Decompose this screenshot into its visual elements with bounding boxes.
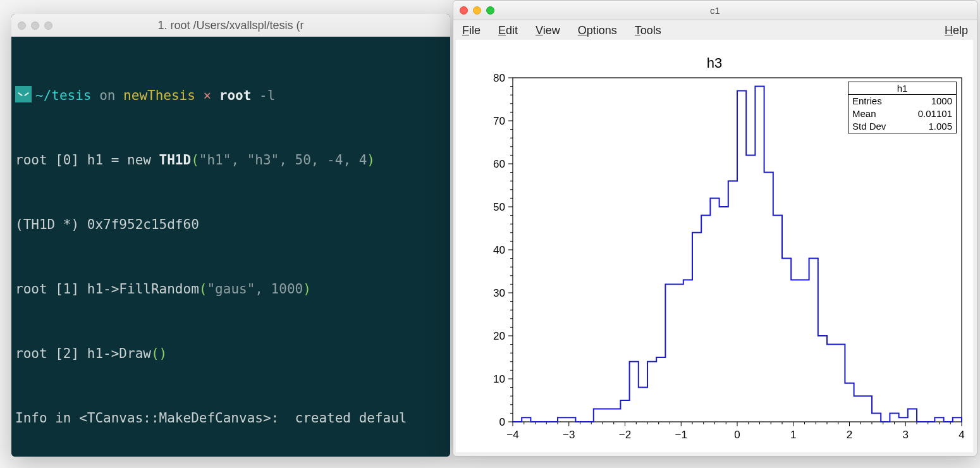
svg-text:30: 30 — [493, 287, 505, 299]
terminal-title: 1. root /Users/xvallspl/tesis (r — [11, 19, 450, 32]
svg-text:70: 70 — [493, 115, 505, 127]
stats-name: h1 — [848, 82, 956, 95]
svg-text:10: 10 — [493, 373, 505, 385]
terminal-titlebar[interactable]: 1. root /Users/xvallspl/tesis (r — [11, 14, 450, 37]
menu-file[interactable]: File — [462, 24, 481, 37]
canvas-title: c1 — [453, 5, 977, 16]
menu-options[interactable]: Options — [578, 24, 617, 37]
svg-text:−2: −2 — [619, 429, 631, 441]
menu-view[interactable]: View — [536, 24, 560, 37]
close-icon[interactable] — [18, 22, 26, 30]
terminal-window[interactable]: 1. root /Users/xvallspl/tesis (r ~/tesis… — [11, 14, 450, 457]
terminal-body[interactable]: ~/tesis on newThesis × root -l root [0] … — [11, 37, 450, 457]
window-controls — [18, 22, 52, 30]
svg-text:60: 60 — [493, 158, 505, 170]
canvas-titlebar[interactable]: c1 — [453, 1, 977, 20]
stats-entries: 1000 — [931, 95, 952, 108]
plot-title: h3 — [456, 40, 973, 71]
svg-text:3: 3 — [903, 429, 909, 441]
stats-box[interactable]: h1 Entries1000 Mean0.01101 Std Dev1.005 — [848, 82, 957, 133]
svg-text:−1: −1 — [675, 429, 687, 441]
plot-area[interactable]: h3 01020304050607080−4−3−2−101234 h1 Ent… — [456, 40, 973, 452]
command-name: root — [219, 88, 252, 103]
canvas-window[interactable]: c1 File Edit View Options Tools Help h3 … — [453, 0, 977, 457]
svg-text:0: 0 — [734, 429, 740, 441]
svg-text:20: 20 — [493, 330, 505, 342]
menu-edit[interactable]: Edit — [498, 24, 518, 37]
svg-text:50: 50 — [493, 201, 505, 213]
close-icon[interactable] — [460, 6, 468, 15]
zoom-icon[interactable] — [486, 6, 494, 15]
svg-text:40: 40 — [493, 244, 505, 256]
svg-text:4: 4 — [959, 429, 964, 441]
prompt-path: ~/tesis — [35, 88, 92, 103]
minimize-icon[interactable] — [473, 6, 481, 15]
git-branch: newThesis — [123, 88, 195, 103]
svg-text:−3: −3 — [563, 429, 575, 441]
menu-tools[interactable]: Tools — [635, 24, 661, 37]
svg-text:−4: −4 — [506, 429, 518, 441]
svg-text:2: 2 — [847, 429, 852, 441]
shell-badge-icon — [15, 86, 32, 102]
minimize-icon[interactable] — [31, 22, 39, 30]
menu-help[interactable]: Help — [945, 24, 968, 37]
stats-mean: 0.01101 — [918, 108, 952, 120]
canvas-menubar: File Edit View Options Tools Help — [453, 20, 977, 40]
window-controls — [460, 6, 494, 15]
svg-text:80: 80 — [493, 72, 505, 84]
svg-text:1: 1 — [790, 429, 796, 441]
svg-text:0: 0 — [499, 416, 505, 428]
stats-std: 1.005 — [928, 120, 952, 133]
zoom-icon[interactable] — [44, 22, 52, 30]
